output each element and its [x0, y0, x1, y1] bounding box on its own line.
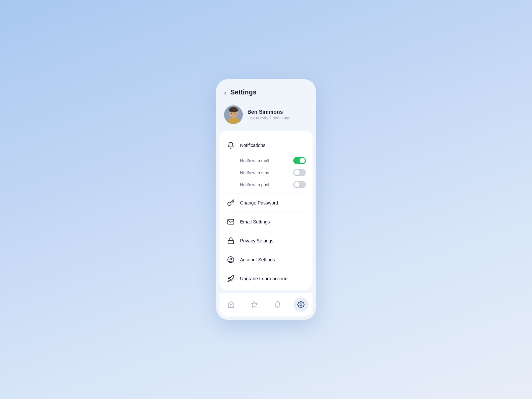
- account-settings-label: Account Settings: [240, 257, 275, 262]
- notification-sub-items: Notify with mail Notify with sms Notify …: [226, 153, 306, 192]
- nav-notifications[interactable]: [270, 297, 285, 312]
- change-password-label: Change Password: [240, 200, 278, 205]
- page-title: Settings: [230, 88, 257, 96]
- notify-mail-toggle[interactable]: [293, 157, 306, 164]
- content-card: Notifications Notify with mail Notify wi…: [219, 131, 313, 290]
- svg-point-6: [235, 113, 236, 114]
- notify-sms-item: Notify with sms: [240, 167, 306, 179]
- privacy-settings-label: Privacy Settings: [240, 238, 273, 243]
- upgrade-pro-menu-item[interactable]: Upgrade to pro account: [226, 271, 306, 287]
- star-icon: [251, 301, 258, 308]
- profile-section: Ben Simmons Last activity 2 hours ago: [216, 101, 316, 131]
- bell-nav-icon: [274, 301, 281, 308]
- profile-info: Ben Simmons Last activity 2 hours ago: [247, 109, 290, 120]
- avatar: [224, 105, 243, 124]
- account-settings-menu-item[interactable]: Account Settings: [226, 252, 306, 268]
- back-button[interactable]: ‹: [224, 89, 226, 96]
- header: ‹ Settings: [216, 79, 316, 101]
- profile-activity: Last activity 2 hours ago: [247, 116, 290, 120]
- change-password-menu-item[interactable]: Change Password: [226, 195, 306, 211]
- privacy-settings-menu-item[interactable]: Privacy Settings: [226, 233, 306, 249]
- divider-4: [226, 250, 306, 250]
- svg-rect-4: [229, 110, 238, 111]
- profile-name: Ben Simmons: [247, 109, 290, 115]
- rocket-icon: [226, 274, 235, 283]
- notifications-label: Notifications: [240, 143, 265, 148]
- user-circle-icon: [226, 255, 235, 264]
- email-settings-label: Email Settings: [240, 219, 270, 224]
- gear-nav-icon: [297, 301, 305, 308]
- bell-icon: [226, 141, 235, 150]
- notify-push-label: Notify with push: [240, 182, 271, 187]
- nav-settings[interactable]: [294, 297, 308, 312]
- svg-rect-9: [228, 240, 234, 244]
- svg-rect-8: [228, 219, 234, 224]
- nav-favorites[interactable]: [247, 297, 262, 312]
- svg-point-11: [230, 258, 232, 260]
- menu-section: Notifications Notify with mail Notify wi…: [219, 137, 313, 287]
- notify-sms-label: Notify with sms: [240, 170, 269, 175]
- lock-icon: [226, 236, 235, 245]
- key-icon: [226, 198, 235, 207]
- svg-point-5: [231, 113, 232, 114]
- svg-point-13: [300, 304, 302, 306]
- email-settings-menu-item[interactable]: Email Settings: [226, 214, 306, 230]
- notifications-menu-item[interactable]: Notifications: [226, 137, 306, 153]
- notify-push-item: Notify with push: [240, 179, 306, 191]
- notify-mail-label: Notify with mail: [240, 158, 269, 163]
- phone-card: ‹ Settings Ben Simmons: [216, 79, 316, 320]
- divider-2: [226, 212, 306, 212]
- home-icon: [227, 301, 235, 308]
- mail-icon: [226, 217, 235, 226]
- divider-5: [226, 269, 306, 269]
- notify-push-toggle[interactable]: [293, 181, 306, 188]
- nav-home[interactable]: [224, 297, 238, 312]
- upgrade-pro-label: Upgrade to pro account: [240, 276, 289, 281]
- notify-mail-item: Notify with mail: [240, 155, 306, 167]
- bottom-nav: [219, 293, 313, 317]
- divider-1: [226, 193, 306, 194]
- svg-point-10: [228, 257, 234, 263]
- notify-sms-toggle[interactable]: [293, 169, 306, 176]
- divider-3: [226, 231, 306, 231]
- svg-marker-12: [251, 302, 257, 307]
